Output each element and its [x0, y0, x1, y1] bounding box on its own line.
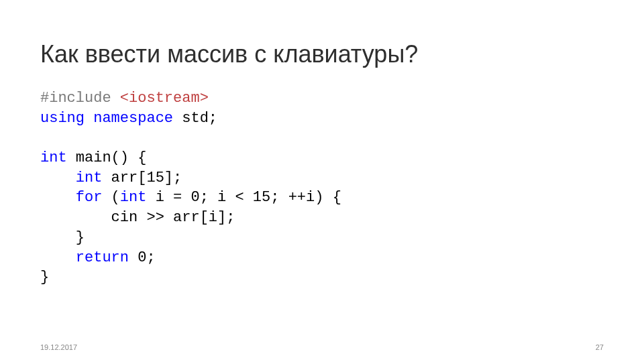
- code-token: int: [120, 189, 147, 206]
- code-token: #include: [40, 90, 111, 107]
- code-token: [40, 189, 76, 206]
- code-token: using: [40, 110, 85, 127]
- code-token: [40, 170, 76, 186]
- code-token: arr[15];: [102, 170, 182, 186]
- code-token: int: [76, 170, 103, 186]
- code-token: }: [40, 229, 85, 246]
- code-token: namespace: [93, 110, 173, 127]
- code-token: return: [76, 249, 129, 266]
- slide: Как ввести массив с клавиатуры? #include…: [0, 0, 644, 362]
- footer-date: 19.12.2017: [40, 343, 77, 351]
- code-token: [40, 249, 76, 266]
- code-token: [85, 110, 93, 127]
- code-token: int: [40, 149, 67, 166]
- code-token: <iostream>: [111, 90, 209, 107]
- code-token: main() {: [67, 149, 147, 166]
- code-token: i = 0; i < 15; ++i) {: [146, 189, 341, 206]
- code-token: }: [40, 269, 49, 286]
- code-token: cin >> arr[i];: [40, 209, 235, 226]
- footer-page: 27: [596, 343, 604, 351]
- slide-title: Как ввести массив с клавиатуры?: [40, 40, 604, 68]
- code-block: #include <iostream> using namespace std;…: [40, 88, 604, 288]
- code-token: std;: [173, 110, 217, 127]
- code-token: 0;: [129, 249, 156, 266]
- code-token: for: [76, 189, 103, 206]
- code-token: (: [102, 189, 119, 206]
